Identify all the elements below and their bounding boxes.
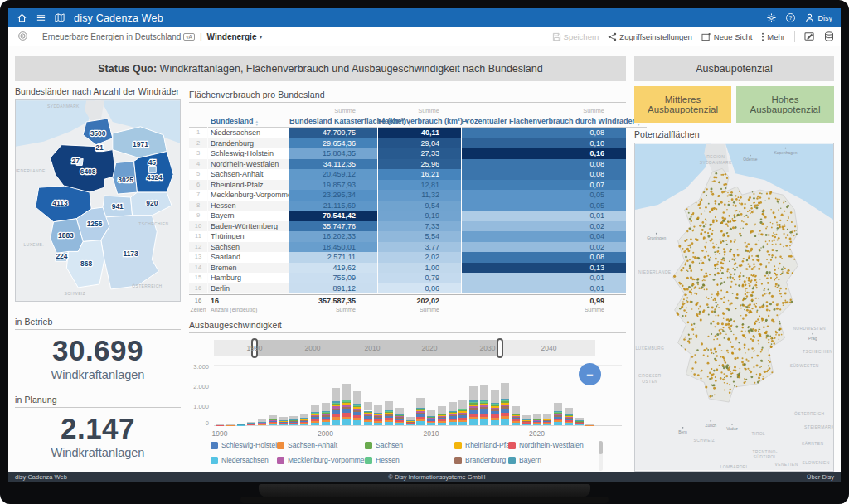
table-footer-row: 16Zeilen16Anzahl (eindeutig)357.587,35Su… — [189, 294, 626, 314]
table-agg-row: SummeSummeSumme — [189, 107, 626, 115]
legend-item[interactable]: Hessen — [365, 456, 400, 464]
table-row[interactable]: 15Hamburg755,090,790,01 — [189, 273, 626, 284]
col-header-katasterflaeche[interactable]: Bundesland Katasterfläche (km²)▲▼ — [289, 115, 377, 128]
state-count-label: 3025 — [118, 176, 133, 184]
table-row[interactable]: 9Bayern70.541,429,190,01 — [189, 211, 626, 221]
legend-item[interactable]: Sachsen — [365, 441, 403, 449]
legend-item[interactable]: Schleswig-Holstein — [211, 441, 281, 449]
x-axis-label: 1990 — [201, 429, 238, 438]
help-icon[interactable]: ? — [785, 12, 797, 24]
legend-swatch — [508, 457, 516, 464]
col-header-bundesland[interactable]: Bundesland▲▼ — [208, 115, 289, 128]
breadcrumb[interactable]: Erneuerbare Energien in Deutschland — [42, 32, 181, 41]
table-row[interactable]: 14Bremen419,621,000,13 — [189, 263, 626, 274]
legend-item[interactable]: Nordrhein-Westfalen — [508, 441, 584, 449]
state-count-label: 1173 — [123, 250, 138, 258]
potenzial-map-title: Potenzialflächen — [634, 129, 834, 139]
potential-banner: Ausbaupotenzial — [634, 56, 834, 81]
country-label: ÖSTERREICH — [132, 284, 162, 288]
region-label: SYDDANMARK — [700, 161, 732, 165]
new-view-button[interactable]: Neue Sicht — [701, 32, 752, 41]
region-label: TSCHECHIEN — [803, 350, 832, 354]
state-be[interactable] — [148, 166, 156, 172]
table-row[interactable]: 1Niedersachsen47.709,7540,110,08 — [189, 128, 626, 138]
state-count-label: 1883 — [58, 231, 74, 240]
edit-panel-icon[interactable] — [804, 32, 815, 41]
table-row[interactable]: 2Brandenburg29.654,3629,040,10 — [189, 138, 626, 149]
legend-swatch — [508, 442, 516, 449]
footer-about-link[interactable]: Über Disy — [807, 473, 834, 481]
user-icon[interactable] — [804, 12, 816, 24]
table-row[interactable]: 4Nordrhein-Westfalen34.112,3525,960,08 — [189, 159, 626, 170]
windrader-map[interactable]: 3500197121640827302543244541131256941920… — [15, 99, 181, 302]
state-count-label: 45 — [148, 158, 157, 167]
monitor-stand-base — [240, 497, 609, 503]
home-icon[interactable] — [16, 12, 27, 24]
map-icon[interactable] — [54, 12, 65, 24]
save-button[interactable]: Speichern — [552, 32, 599, 41]
legend-item[interactable]: Brandenburg — [454, 456, 506, 464]
legend-scrollbar[interactable] — [599, 441, 603, 471]
menu-icon[interactable] — [35, 12, 46, 24]
table-row[interactable]: 12Sachsen18.450,013,770,02 — [189, 242, 626, 253]
table-row[interactable]: 5Sachsen-Anhalt20.459,1216,210,08 — [189, 169, 626, 180]
state-count-label: 4113 — [52, 199, 68, 207]
mittleres-ausbaupotenzial-button[interactable]: Mittleres Ausbaupotenzial — [634, 86, 731, 123]
state-count-label: 21 — [95, 143, 104, 152]
kpi-label: in Planung — [15, 395, 181, 405]
table-row[interactable]: 8Hessen21.115,699,540,05 — [189, 201, 626, 211]
state-count-label: 868 — [80, 259, 92, 268]
potenzial-map[interactable]: REGIONSYDDANMARKKopenhagenOdenseGroninge… — [634, 143, 834, 472]
more-button[interactable]: Mehr — [761, 32, 785, 41]
slider-tick-label: 2010 — [365, 344, 381, 352]
table-row[interactable]: 13Saarland2.571,112,020,08 — [189, 252, 626, 263]
time-range-slider[interactable]: 199020002010202020302040 — [214, 340, 595, 356]
table-row[interactable]: 3Schleswig-Holstein15.804,3527,330,16 — [189, 148, 626, 159]
zoom-out-button[interactable]: − — [579, 363, 601, 385]
legend-item[interactable]: Mecklenburg-Vorpommern — [277, 456, 371, 464]
city-label: Zürich — [705, 424, 716, 428]
minus-icon: − — [586, 367, 594, 381]
col-header-prozentual[interactable]: Prozentualer Flächenverbrauch durch Wind… — [462, 115, 647, 128]
slider-tick-label: 2040 — [541, 344, 557, 352]
col-header-flaechenverbrauch[interactable]: Flächenverbrauch (km²)▼ — [378, 115, 461, 128]
country-label: SYDDANMARK — [47, 104, 80, 109]
data-icon[interactable] — [824, 32, 834, 41]
hohes-ausbaupotenzial-button[interactable]: Hohes Ausbaupotenzial — [736, 86, 834, 123]
country-label: NIEDERLANDE — [15, 169, 46, 173]
x-axis-label: 2010 — [413, 429, 449, 438]
access-settings-button[interactable]: Zugriffseinstellungen — [608, 32, 692, 41]
target-icon[interactable] — [17, 31, 28, 43]
user-name[interactable]: Disy — [818, 14, 833, 22]
gear-icon[interactable] — [766, 12, 778, 24]
legend-item[interactable]: Rheinland-Pfalz — [454, 441, 515, 449]
dashboard: Status Quo: Windkraftanlagen, Flächenver… — [8, 46, 841, 472]
chart-panel: Ausbaugeschwindigkeit 199020002010202020… — [189, 320, 626, 482]
more-icon — [761, 32, 764, 41]
table-panel: Flächenverbrauch pro Bundesland SummeSum… — [189, 90, 626, 314]
legend-item[interactable]: Bayern — [508, 456, 541, 464]
status-banner-prefix: Status Quo: — [98, 63, 157, 75]
x-axis-label: 2000 — [308, 429, 344, 438]
legend-item[interactable]: Niedersachsen — [211, 456, 269, 464]
slider-handle-right[interactable] — [497, 338, 503, 358]
table-title: Flächenverbrauch pro Bundesland — [189, 90, 626, 99]
table-row[interactable]: 10Baden-Württemberg35.747,767,330,02 — [189, 221, 626, 232]
kpi-unit: Windkraftanlagen — [15, 446, 181, 459]
table-row[interactable]: 11Thüringen16.202,335,540,04 — [189, 231, 626, 242]
legend-swatch — [454, 457, 462, 464]
state-count-label: 941 — [112, 202, 124, 211]
city-label: Odense — [743, 158, 758, 162]
table-row[interactable]: 16Berlin891,120,060,01 — [189, 284, 626, 294]
slider-tick-label: 1990 — [247, 344, 263, 352]
city-label: Groningen — [647, 236, 666, 240]
legend-item[interactable]: Sachsen-Anhalt — [277, 441, 337, 449]
windrader-map-panel: Bundesländer nach Anzahl der Windräder 3… — [15, 86, 181, 302]
region-label: NIEDERLANDE — [638, 270, 672, 274]
new-view-icon — [701, 32, 711, 41]
city-label: Prag — [808, 337, 817, 341]
table-row[interactable]: 7Mecklenburg-Vorpommern23.295,3411,320,0… — [189, 190, 626, 201]
view-menu[interactable]: Windenergie — [207, 32, 257, 41]
table-row[interactable]: 6Rheinland-Pfalz19.857,9312,810,07 — [189, 180, 626, 191]
region-label: REGION — [706, 155, 725, 159]
